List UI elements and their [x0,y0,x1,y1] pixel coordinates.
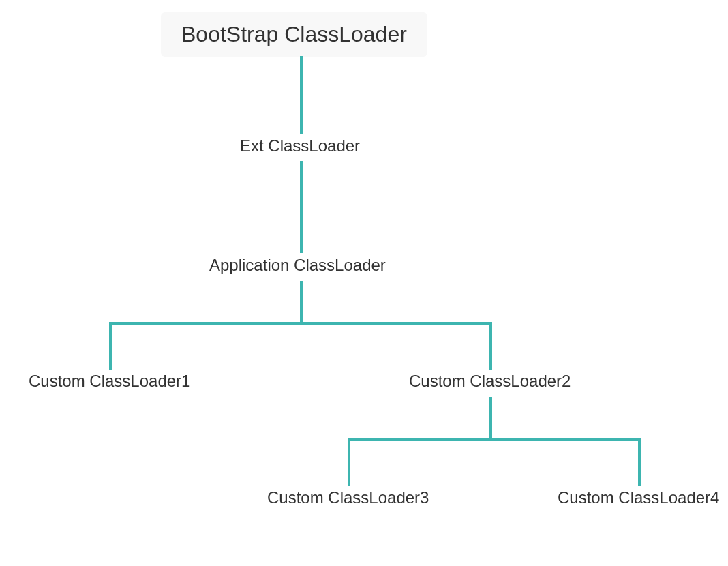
connector-to-custom1 [109,322,112,370]
node-ext: Ext ClassLoader [240,136,360,155]
connector-app-hsplit [109,322,492,325]
connector-app-down [300,281,303,322]
connector-to-custom2 [489,322,492,370]
connector-ext-app [300,161,303,253]
connector-to-custom4 [638,438,641,486]
connector-custom2-down [489,397,492,438]
connector-custom2-hsplit [348,438,641,441]
node-custom3: Custom ClassLoader3 [267,488,429,507]
connector-to-custom3 [348,438,350,486]
node-bootstrap: BootStrap ClassLoader [161,12,427,57]
node-custom2: Custom ClassLoader2 [409,372,571,391]
connector-root-ext [300,56,303,134]
node-app: Application ClassLoader [209,256,386,275]
node-custom1: Custom ClassLoader1 [29,372,190,391]
node-custom4: Custom ClassLoader4 [558,488,719,507]
